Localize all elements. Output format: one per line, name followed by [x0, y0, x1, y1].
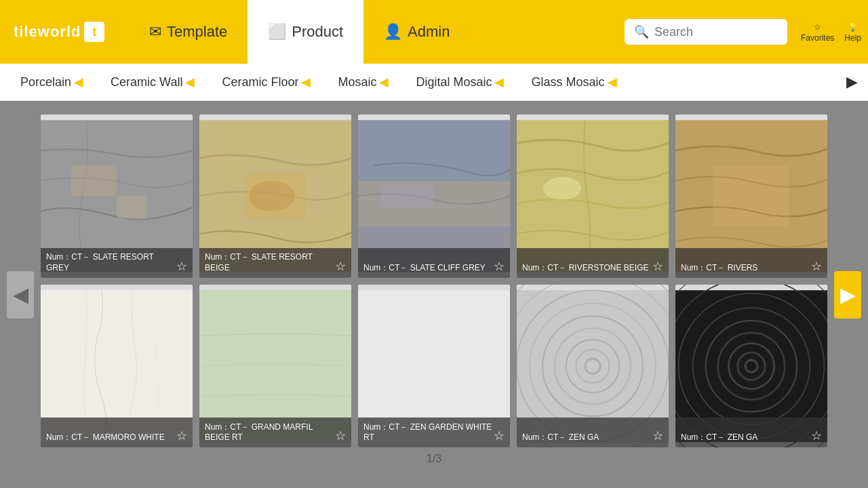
product-favorite-9[interactable]: ☆: [652, 428, 663, 443]
product-label-6: Num：CT－ MARMORO WHITE ☆: [41, 418, 193, 447]
logo-icon: t: [84, 22, 104, 42]
product-num-10: Num：CT－ ZEN GA: [681, 432, 757, 443]
product-label-8: Num：CT－ ZEN GARDEN WHITE RT ☆: [358, 418, 510, 447]
nav-product-label: Product: [292, 23, 343, 41]
cat-mosaic-label: Mosaic: [338, 75, 376, 89]
product-num-9: Num：CT－ ZEN GA: [522, 432, 599, 443]
template-icon: ✉: [149, 23, 161, 41]
cat-glass-mosaic-arrow: ◀: [608, 75, 617, 89]
cat-porcelain[interactable]: Porcelain ◀: [7, 64, 97, 101]
search-input[interactable]: [654, 25, 778, 39]
product-label-9: Num：CT－ ZEN GA ☆: [517, 418, 669, 447]
pagination: 1/3: [41, 453, 827, 465]
cat-glass-mosaic[interactable]: Glass Mosaic ◀: [517, 64, 630, 101]
products-prev-button[interactable]: ◀: [7, 271, 34, 319]
cat-glass-mosaic-label: Glass Mosaic: [531, 75, 604, 89]
product-favorite-6[interactable]: ☆: [176, 428, 187, 443]
product-favorite-8[interactable]: ☆: [494, 428, 505, 443]
cat-ceramic-floor-arrow: ◀: [301, 75, 311, 89]
svg-rect-10: [381, 184, 434, 207]
header: tileworld t ✉ Template ⬜ Product 👤 Admin…: [0, 0, 868, 64]
product-favorite-2[interactable]: ☆: [335, 259, 346, 274]
product-label-5: Num：CT－ RIVERS ☆: [675, 248, 827, 278]
svg-point-12: [543, 177, 581, 200]
cat-digital-mosaic-arrow: ◀: [494, 75, 504, 89]
main-content: ◀ Num：CT－ SLATE RESORT GREY ☆: [0, 101, 868, 488]
cat-mosaic-arrow: ◀: [379, 75, 389, 89]
cat-ceramic-floor-label: Ceramic Floor: [222, 75, 298, 89]
cat-digital-mosaic-label: Digital Mosaic: [416, 75, 492, 89]
product-label-1: Num：CT－ SLATE RESORT GREY ☆: [41, 248, 193, 278]
nav-product[interactable]: ⬜ Product: [248, 0, 363, 64]
logo[interactable]: tileworld t: [7, 22, 129, 42]
cat-ceramic-floor[interactable]: Ceramic Floor ◀: [208, 64, 324, 101]
svg-point-5: [249, 181, 294, 211]
favorites-button[interactable]: ☆ Favorites: [801, 21, 834, 43]
svg-rect-7: [358, 120, 510, 181]
cat-mosaic[interactable]: Mosaic ◀: [324, 64, 402, 101]
favorites-label: Favorites: [801, 33, 834, 43]
category-nav: Porcelain ◀ Ceramic Wall ◀ Ceramic Floor…: [0, 64, 868, 101]
product-favorite-1[interactable]: ☆: [176, 259, 187, 274]
admin-icon: 👤: [384, 23, 402, 41]
cat-porcelain-arrow: ◀: [74, 75, 83, 89]
product-num-6: Num：CT－ MARMORO WHITE: [46, 432, 165, 443]
nav-admin-label: Admin: [408, 23, 450, 41]
product-favorite-10[interactable]: ☆: [811, 428, 822, 443]
help-button[interactable]: 💡 Help: [844, 21, 861, 43]
product-label-2: Num：CT－ SLATE RESORT BEIGE ☆: [199, 248, 351, 278]
product-num-7: Num：CT－ GRAND MARFIL BEIGE RT: [205, 422, 335, 443]
product-card-9[interactable]: Num：CT－ ZEN GA ☆: [517, 285, 669, 448]
product-card-4[interactable]: Num：CT－ RIVERSTONE BEIGE ☆: [517, 115, 669, 278]
product-card-5[interactable]: Num：CT－ RIVERS ☆: [675, 115, 827, 278]
product-num-8: Num：CT－ ZEN GARDEN WHITE RT: [363, 422, 494, 443]
svg-rect-2: [117, 196, 147, 219]
products-next-button[interactable]: ▶: [834, 271, 861, 319]
product-label-4: Num：CT－ RIVERSTONE BEIGE ☆: [517, 248, 669, 278]
cat-ceramic-wall[interactable]: Ceramic Wall ◀: [97, 64, 208, 101]
search-icon: 🔍: [634, 24, 649, 39]
product-card-6[interactable]: Num：CT－ MARMORO WHITE ☆: [41, 285, 193, 448]
cat-porcelain-label: Porcelain: [20, 75, 71, 89]
product-favorite-7[interactable]: ☆: [335, 428, 346, 443]
product-num-3: Num：CT－ SLATE CLIFF GREY: [363, 263, 486, 274]
product-favorite-3[interactable]: ☆: [494, 259, 505, 274]
product-label-3: Num：CT－ SLATE CLIFF GREY ☆: [358, 248, 510, 278]
product-card-2[interactable]: Num：CT－ SLATE RESORT BEIGE ☆: [199, 115, 351, 278]
product-num-2: Num：CT－ SLATE RESORT BEIGE: [205, 252, 335, 273]
nav-template[interactable]: ✉ Template: [129, 0, 248, 64]
logo-text: tileworld: [14, 23, 81, 41]
cat-ceramic-wall-arrow: ◀: [185, 75, 195, 89]
product-card-1[interactable]: Num：CT－ SLATE RESORT GREY ☆: [41, 115, 193, 278]
product-favorite-5[interactable]: ☆: [811, 259, 822, 274]
category-nav-right-arrow[interactable]: ▶: [843, 73, 861, 91]
product-label-7: Num：CT－ GRAND MARFIL BEIGE RT ☆: [199, 418, 351, 447]
svg-rect-14: [713, 165, 789, 226]
svg-rect-1: [71, 165, 117, 196]
help-label: Help: [844, 33, 861, 43]
help-icon: 💡: [848, 22, 858, 32]
favorites-icon: ☆: [814, 22, 821, 32]
nav-template-label: Template: [167, 23, 227, 41]
product-favorite-4[interactable]: ☆: [652, 259, 663, 274]
search-box: 🔍: [625, 19, 787, 45]
pagination-display: 1/3: [427, 453, 441, 464]
product-card-7[interactable]: Num：CT－ GRAND MARFIL BEIGE RT ☆: [199, 285, 351, 448]
cat-digital-mosaic[interactable]: Digital Mosaic ◀: [402, 64, 517, 101]
product-grid: Num：CT－ SLATE RESORT GREY ☆ Num：CT－ SLAT…: [41, 115, 827, 447]
product-icon: ⬜: [268, 23, 286, 41]
product-num-4: Num：CT－ RIVERSTONE BEIGE: [522, 263, 648, 274]
product-card-10[interactable]: Num：CT－ ZEN GA ☆: [675, 285, 827, 448]
product-label-10: Num：CT－ ZEN GA ☆: [675, 418, 827, 447]
product-num-5: Num：CT－ RIVERS: [681, 263, 757, 274]
nav-admin[interactable]: 👤 Admin: [363, 0, 470, 64]
product-num-1: Num：CT－ SLATE RESORT GREY: [46, 252, 176, 273]
cat-ceramic-wall-label: Ceramic Wall: [111, 75, 182, 89]
product-card-8[interactable]: Num：CT－ ZEN GARDEN WHITE RT ☆: [358, 285, 510, 448]
product-card-3[interactable]: Num：CT－ SLATE CLIFF GREY ☆: [358, 115, 510, 278]
